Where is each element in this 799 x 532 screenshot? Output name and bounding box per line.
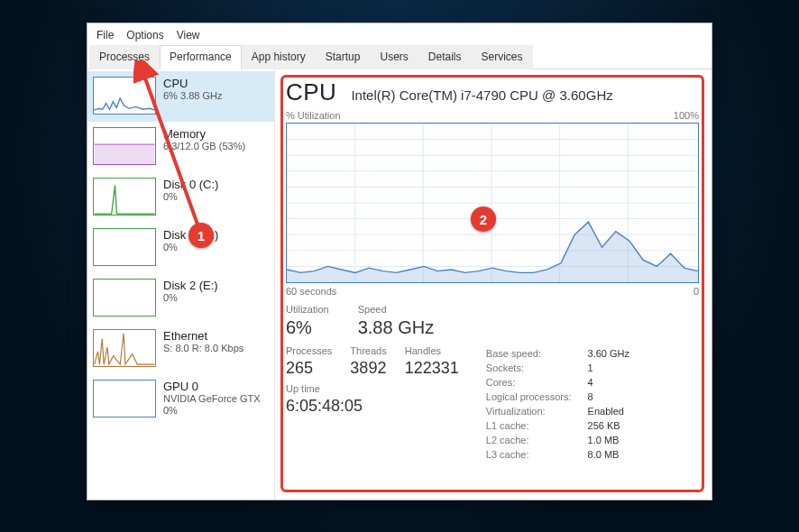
sidebar-item-disk0[interactable]: Disk 0 (C:) 0%	[87, 172, 274, 223]
cpu-utilization-chart[interactable]	[286, 123, 699, 283]
tab-strip: Processes Performance App history Startu…	[87, 44, 712, 69]
tab-details[interactable]: Details	[418, 45, 472, 69]
cpu-thumb-icon	[93, 77, 156, 115]
cpu-model-name: Intel(R) Core(TM) i7-4790 CPU @ 3.60GHz	[351, 87, 612, 103]
tab-services[interactable]: Services	[472, 45, 533, 69]
sidebar-item-label: Disk 2 (E:)	[163, 279, 269, 292]
table-row: Logical processors:8	[486, 390, 629, 403]
handles-label: Handles	[405, 345, 459, 356]
cpu-heading: CPU	[286, 78, 336, 106]
sidebar-item-memory[interactable]: Memory 6.3/12.0 GB (53%)	[87, 122, 274, 172]
svg-marker-17	[287, 222, 698, 282]
menu-view[interactable]: View	[177, 29, 200, 41]
threads-value: 3892	[350, 359, 386, 378]
chart-y-label: % Utilization	[286, 110, 341, 121]
sidebar-item-disk2[interactable]: Disk 2 (E:) 0%	[87, 273, 274, 324]
disk-thumb-icon	[93, 228, 156, 266]
sidebar-item-sub: S: 8.0 R: 8.0 Kbps	[163, 343, 269, 354]
menu-bar: File Options View	[87, 23, 712, 44]
menu-options[interactable]: Options	[126, 29, 163, 41]
tab-performance[interactable]: Performance	[160, 45, 242, 69]
utilization-label: Utilization	[286, 304, 329, 315]
sidebar-item-cpu[interactable]: CPU 6% 3.88 GHz	[87, 71, 274, 122]
chart-x-right: 0	[693, 286, 699, 297]
menu-file[interactable]: File	[96, 29, 114, 41]
tab-app-history[interactable]: App history	[242, 45, 316, 69]
table-row: Cores:4	[486, 376, 629, 389]
sidebar-item-sub: 0%	[163, 242, 269, 253]
table-row: Base speed:3.60 GHz	[486, 347, 629, 360]
disk-thumb-icon	[93, 279, 156, 316]
performance-sidebar: CPU 6% 3.88 GHz Memory 6.3/12.0 GB (53%)	[87, 69, 275, 500]
sidebar-item-ethernet[interactable]: Ethernet S: 8.0 R: 8.0 Kbps	[87, 324, 274, 374]
sidebar-item-disk1[interactable]: Disk 1 (D:) 0%	[87, 223, 274, 273]
disk-thumb-icon	[93, 178, 156, 216]
sidebar-item-label: Disk 1 (D:)	[163, 228, 269, 242]
tab-users[interactable]: Users	[370, 45, 418, 69]
ethernet-thumb-icon	[93, 329, 156, 367]
table-row: L3 cache:8.0 MB	[486, 448, 629, 461]
sidebar-item-sub: NVIDIA GeForce GTX 0%	[163, 393, 269, 417]
table-row: Virtualization:Enabled	[486, 405, 629, 417]
sidebar-item-label: Memory	[163, 127, 269, 141]
sidebar-item-label: Ethernet	[163, 329, 269, 343]
speed-value: 3.88 GHz	[358, 317, 434, 338]
utilization-value: 6%	[286, 317, 329, 338]
table-row: L1 cache:256 KB	[486, 419, 629, 432]
svg-rect-0	[95, 144, 155, 164]
sidebar-item-sub: 0%	[163, 191, 269, 203]
sidebar-item-label: CPU	[163, 77, 269, 90]
gpu-thumb-icon	[93, 380, 156, 417]
chart-y-max: 100%	[674, 110, 699, 121]
chart-x-left: 60 seconds	[286, 286, 336, 297]
table-row: Sockets:1	[486, 362, 629, 374]
memory-thumb-icon	[93, 127, 156, 165]
uptime-label: Up time	[286, 383, 459, 394]
task-manager-window: File Options View Processes Performance …	[87, 23, 712, 500]
sidebar-item-gpu0[interactable]: GPU 0 NVIDIA GeForce GTX 0%	[87, 374, 274, 425]
cpu-spec-table: Base speed:3.60 GHz Sockets:1 Cores:4 Lo…	[484, 345, 631, 463]
cpu-detail-panel: CPU Intel(R) Core(TM) i7-4790 CPU @ 3.60…	[275, 69, 712, 500]
processes-value: 265	[286, 359, 332, 378]
sidebar-item-label: GPU 0	[163, 380, 269, 393]
sidebar-item-sub: 6.3/12.0 GB (53%)	[163, 141, 269, 152]
sidebar-item-label: Disk 0 (C:)	[163, 178, 269, 191]
tab-startup[interactable]: Startup	[316, 45, 371, 69]
sidebar-item-sub: 0%	[163, 292, 269, 304]
sidebar-item-sub: 6% 3.88 GHz	[163, 90, 269, 102]
threads-label: Threads	[350, 345, 386, 356]
processes-label: Processes	[286, 345, 332, 356]
table-row: L2 cache:1.0 MB	[486, 434, 629, 446]
tab-processes[interactable]: Processes	[89, 45, 160, 69]
uptime-value: 6:05:48:05	[286, 397, 459, 416]
speed-label: Speed	[358, 304, 434, 315]
handles-value: 122331	[405, 359, 459, 378]
